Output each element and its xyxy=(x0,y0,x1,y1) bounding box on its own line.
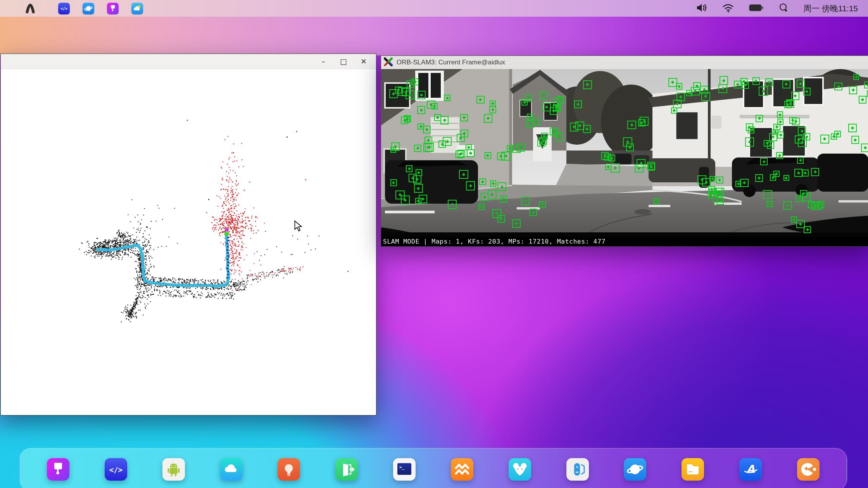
orb-feature-box xyxy=(752,77,760,85)
orb-feature-box xyxy=(395,87,402,93)
orb-feature-box xyxy=(808,201,815,208)
orb-feature-box xyxy=(802,170,809,177)
orb-feature-box xyxy=(686,90,692,96)
orb-feature-box xyxy=(444,95,451,102)
orb-feature-box xyxy=(791,92,799,100)
orb-feature-box xyxy=(804,226,811,234)
dock-icon-android[interactable] xyxy=(162,458,185,481)
orbslam-window-titlebar[interactable]: ORB-SLAM3: Current Frame@aidlux xyxy=(381,56,868,69)
orb-feature-box xyxy=(740,179,749,187)
menubar-icon-code[interactable]: </> xyxy=(58,3,70,14)
orb-feature-box xyxy=(791,216,797,223)
dock-icon-door[interactable] xyxy=(335,458,358,481)
menubar-icon-theme[interactable] xyxy=(107,3,119,14)
orb-feature-box xyxy=(859,96,866,104)
orb-feature-box xyxy=(611,163,620,173)
orb-feature-box xyxy=(418,123,424,130)
window-controls: – □ ✕ xyxy=(313,54,374,69)
dock-icon-cloud[interactable] xyxy=(220,458,243,481)
dock-icon-files[interactable] xyxy=(682,458,704,481)
menubar-icon-planet[interactable] xyxy=(83,3,94,14)
orb-feature-box xyxy=(501,152,510,161)
orb-feature-box xyxy=(794,169,802,177)
orb-feature-box xyxy=(485,152,492,159)
maximize-button[interactable]: □ xyxy=(333,54,354,69)
orb-feature-box xyxy=(760,158,768,165)
dock-icon-game[interactable] xyxy=(797,458,820,481)
orb-feature-box xyxy=(434,114,441,121)
dock-icon-aidlux[interactable]: A xyxy=(739,458,762,481)
svg-text:</>: </> xyxy=(60,7,67,11)
dock-icon-planet[interactable] xyxy=(624,458,646,481)
orb-feature-box xyxy=(766,201,773,208)
dock-icon-mouse[interactable] xyxy=(509,458,531,481)
orb-feature-box xyxy=(583,125,591,133)
orb-feature-box xyxy=(521,197,530,205)
orb-feature-box xyxy=(763,190,772,199)
orb-feature-box xyxy=(834,83,842,91)
orb-feature-box xyxy=(861,144,868,152)
orb-feature-box xyxy=(407,80,415,88)
orb-feature-box xyxy=(802,193,811,201)
orb-feature-box xyxy=(466,181,475,190)
volume-icon[interactable] xyxy=(695,3,707,14)
orb-feature-box xyxy=(423,126,431,133)
camera-frame xyxy=(381,69,868,237)
orb-feature-box xyxy=(777,111,783,118)
battery-icon[interactable] xyxy=(749,3,764,14)
orb-feature-box xyxy=(530,209,537,216)
dock-icon-terminal[interactable]: >_ xyxy=(393,458,416,481)
orb-feature-box xyxy=(783,175,789,181)
orb-feature-box xyxy=(539,91,548,100)
orb-feature-box xyxy=(668,78,677,87)
orb-feature-box xyxy=(539,201,545,208)
dock-icon-code[interactable]: </> xyxy=(105,458,127,481)
orb-feature-box xyxy=(740,78,747,85)
orb-feature-box xyxy=(817,201,824,208)
orb-feature-box xyxy=(777,132,784,138)
aidlux-logo-icon[interactable] xyxy=(24,2,36,15)
map-window-titlebar[interactable]: – □ ✕ xyxy=(1,54,376,69)
orb-feature-box xyxy=(406,165,413,172)
mouse-cursor xyxy=(293,220,303,232)
svg-text:</>: </> xyxy=(109,466,123,474)
orb-feature-box xyxy=(539,137,547,145)
orb-feature-box xyxy=(488,190,497,199)
orb-feature-box xyxy=(490,180,496,187)
orb-feature-box xyxy=(820,135,829,144)
map-viewport[interactable] xyxy=(1,69,375,415)
dock-icon-theme[interactable] xyxy=(47,458,69,481)
orb-feature-box xyxy=(654,198,659,204)
orb-feature-box xyxy=(759,87,768,95)
orb-feature-box xyxy=(864,81,868,88)
orb-feature-box xyxy=(500,196,507,202)
wifi-icon[interactable] xyxy=(722,3,734,14)
slam-point-cloud-canvas[interactable] xyxy=(1,69,375,415)
orb-feature-box xyxy=(756,115,763,122)
orb-feature-overlay xyxy=(381,69,868,237)
wallpaper-top-gradient xyxy=(0,16,868,55)
orb-feature-box xyxy=(851,136,859,144)
close-button[interactable]: ✕ xyxy=(354,54,374,69)
search-icon[interactable] xyxy=(778,3,789,14)
orb-feature-box xyxy=(720,76,728,85)
orb-feature-box xyxy=(406,90,414,99)
menubar-icon-cloudsun[interactable] xyxy=(131,3,143,14)
orb-feature-box xyxy=(489,106,496,113)
dock-icon-bulb[interactable] xyxy=(278,458,300,481)
orb-feature-box xyxy=(853,74,859,80)
clock[interactable]: 周一 傍晚11:15 xyxy=(803,3,858,14)
orb-feature-box xyxy=(755,174,763,182)
orb-feature-box xyxy=(401,196,410,204)
dock-icon-wps[interactable] xyxy=(451,458,473,481)
orb-feature-box xyxy=(415,198,421,204)
orb-feature-box xyxy=(783,201,792,210)
minimize-button[interactable]: – xyxy=(313,54,333,69)
orb-feature-box xyxy=(507,145,513,151)
orb-feature-box xyxy=(716,197,724,205)
orb-feature-box xyxy=(782,80,790,88)
orb-feature-box xyxy=(492,209,501,218)
orb-feature-box xyxy=(748,126,755,133)
orb-feature-box xyxy=(697,175,706,184)
dock-icon-device[interactable] xyxy=(566,458,589,481)
